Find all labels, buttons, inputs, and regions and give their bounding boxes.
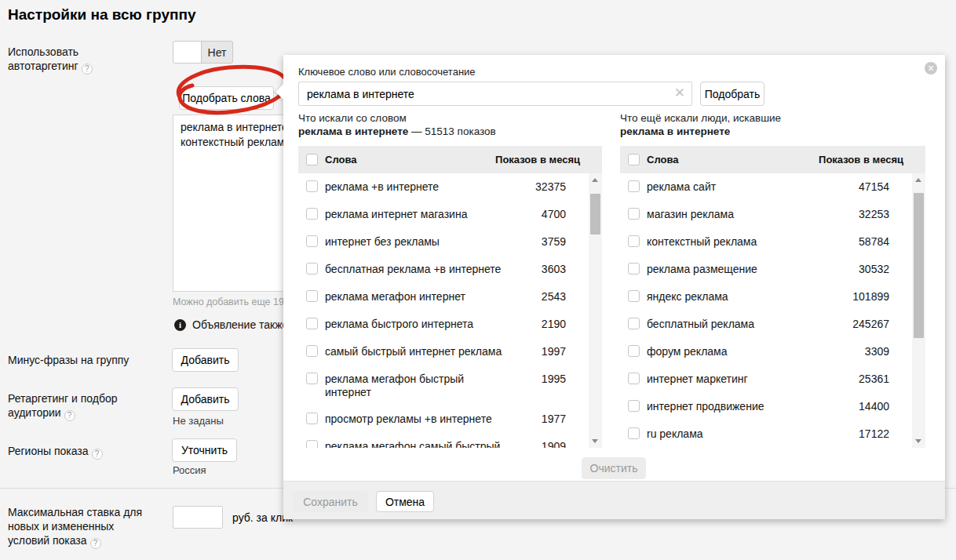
pick-words-button[interactable]: Подобрать слова (179, 86, 274, 110)
row-checkbox[interactable] (628, 263, 640, 275)
keyword-phrase: просмотр рекламы +в интернете (325, 413, 492, 426)
scrollbar[interactable] (912, 173, 925, 448)
select-all-checkbox[interactable] (306, 154, 318, 165)
keyword-row[interactable]: реклама размещение 30532 (620, 256, 925, 283)
autotargeting-toggle[interactable]: Нет (173, 41, 233, 64)
scrollbar-thumb[interactable] (914, 193, 924, 338)
panel-heading-phrase: реклама в интернете (298, 125, 408, 137)
keyword-shows: 58784 (859, 235, 889, 249)
keyword-phrase: реклама сайт (647, 180, 716, 194)
row-checkbox[interactable] (306, 180, 318, 192)
table-header: Слова Показов в месяц (298, 146, 602, 173)
row-checkbox[interactable] (306, 373, 318, 384)
keyword-row[interactable]: реклама сайт 47154 (620, 173, 925, 201)
page-title: Настройки на всю группу (8, 6, 195, 24)
keyword-shows: 3309 (865, 345, 889, 358)
row-checkbox[interactable] (306, 290, 318, 302)
row-checkbox[interactable] (628, 180, 640, 192)
scroll-up-icon[interactable] (912, 173, 925, 187)
keyword-row[interactable]: самый быстрый интернет реклама 1997 (298, 338, 602, 365)
row-checkbox[interactable] (628, 400, 640, 412)
keyword-row[interactable]: реклама мегафон самый быстрый 1909 (298, 433, 602, 448)
row-checkbox[interactable] (628, 235, 640, 247)
row-checkbox[interactable] (628, 290, 640, 302)
keyword-input-label: Ключевое слово или словосочетание (298, 66, 476, 78)
scrollbar-thumb[interactable] (590, 194, 600, 235)
row-checkbox[interactable] (306, 440, 318, 448)
select-all-checkbox[interactable] (628, 154, 640, 165)
keyword-row[interactable]: магазин реклама 32253 (620, 201, 925, 228)
keyword-shows: 1909 (542, 440, 566, 448)
modal-footer: Сохранить Отмена (283, 481, 945, 519)
refine-regions-button[interactable]: Уточнить (172, 438, 237, 462)
question-icon[interactable]: ? (92, 449, 103, 460)
keyword-row[interactable]: интернет продвижение 14400 (620, 393, 925, 420)
keyword-phrase: реклама мегафон интернет (325, 290, 465, 304)
row-checkbox[interactable] (306, 208, 318, 220)
row-checkbox[interactable] (306, 318, 318, 329)
textarea-hint: Можно добавить еще 196 ф (173, 296, 301, 307)
keyword-row[interactable]: реклама мегафон интернет 2543 (298, 283, 602, 311)
toggle-knob[interactable] (173, 41, 202, 64)
question-icon[interactable]: ? (82, 64, 93, 75)
row-checkbox[interactable] (306, 345, 318, 357)
row-checkbox[interactable] (306, 263, 318, 275)
row-checkbox[interactable] (628, 373, 640, 384)
scrollbar[interactable] (589, 173, 602, 448)
col-words: Слова (647, 154, 678, 165)
row-checkbox[interactable] (628, 318, 640, 329)
keyword-phrase: реклама интернет магазина (325, 208, 467, 221)
keyword-row[interactable]: контекстный реклама 58784 (620, 228, 925, 256)
row-checkbox[interactable] (306, 413, 318, 424)
keyword-phrase: ru реклама (647, 427, 703, 441)
keyword-input[interactable] (298, 82, 692, 106)
keyword-row[interactable]: реклама мегафон быстрый интернет 1995 (298, 365, 602, 405)
scroll-down-icon[interactable] (589, 435, 602, 448)
keyword-phrase: реклама быстрого интернета (325, 318, 473, 331)
keyword-row[interactable]: бесплатная реклама +в интернете 3603 (298, 256, 602, 283)
clear-input-icon[interactable]: ✕ (674, 85, 685, 101)
question-icon[interactable]: ? (90, 538, 101, 549)
keyword-shows: 14400 (859, 400, 889, 413)
add-minus-phrases-button[interactable]: Добавить (172, 348, 239, 372)
keyword-row[interactable]: интернет маркетинг 25361 (620, 365, 925, 393)
question-icon[interactable]: ? (64, 410, 75, 421)
clear-button[interactable]: Очистить (582, 457, 646, 479)
keyword-phrase: интернет без рекламы (325, 235, 440, 249)
keyword-row[interactable]: реклама интернет магазина 4700 (298, 201, 602, 228)
panel-heading: Что ещё искали люди, искавшие (620, 112, 781, 124)
keyword-row[interactable]: реклама быстрого интернета 2190 (298, 311, 602, 338)
keyword-row[interactable]: реклама +в интернете 32375 (298, 173, 602, 201)
pick-button[interactable]: Подобрать (700, 82, 764, 106)
keyword-row[interactable]: бесплатный реклама 245267 (620, 311, 925, 338)
keywords-list: реклама сайт 47154 магазин реклама 32253… (620, 173, 925, 448)
add-retargeting-button[interactable]: Добавить (172, 387, 239, 411)
row-checkbox[interactable] (628, 345, 640, 357)
row-checkbox[interactable] (628, 208, 640, 220)
keyword-row[interactable]: интернет без рекламы 3759 (298, 228, 602, 256)
save-button[interactable]: Сохранить (293, 491, 368, 512)
keyword-row[interactable]: ru реклама 17122 (620, 420, 925, 448)
also-searched-panel: Что ещё искали люди, искавшие реклама в … (620, 112, 925, 448)
cancel-button[interactable]: Отмена (376, 491, 434, 512)
modal-callout-arrow (275, 83, 284, 100)
keyword-shows: 30532 (859, 263, 889, 276)
keyword-shows: 47154 (859, 180, 889, 194)
keyword-shows: 2190 (542, 318, 566, 331)
keyword-phrase: бесплатный реклама (647, 318, 754, 331)
keyword-phrase: контекстный реклама (647, 235, 757, 249)
keyword-phrase: реклама размещение (647, 263, 757, 276)
keyword-phrase: яндекс реклама (647, 290, 728, 304)
scroll-up-icon[interactable] (589, 173, 602, 187)
row-checkbox[interactable] (306, 235, 318, 247)
close-icon[interactable]: ✕ (925, 62, 937, 75)
keyword-row[interactable]: просмотр рекламы +в интернете 1977 (298, 405, 602, 433)
scroll-down-icon[interactable] (912, 435, 925, 448)
keyword-row[interactable]: форум реклама 3309 (620, 338, 925, 365)
max-bid-input[interactable] (173, 506, 223, 529)
keyword-shows: 2543 (542, 290, 566, 304)
keyword-row[interactable]: яндекс реклама 101899 (620, 283, 925, 311)
row-checkbox[interactable] (628, 427, 640, 439)
toggle-value[interactable]: Нет (202, 41, 233, 64)
retargeting-label: Ретаргетинг и подбор аудитории? (8, 391, 117, 421)
